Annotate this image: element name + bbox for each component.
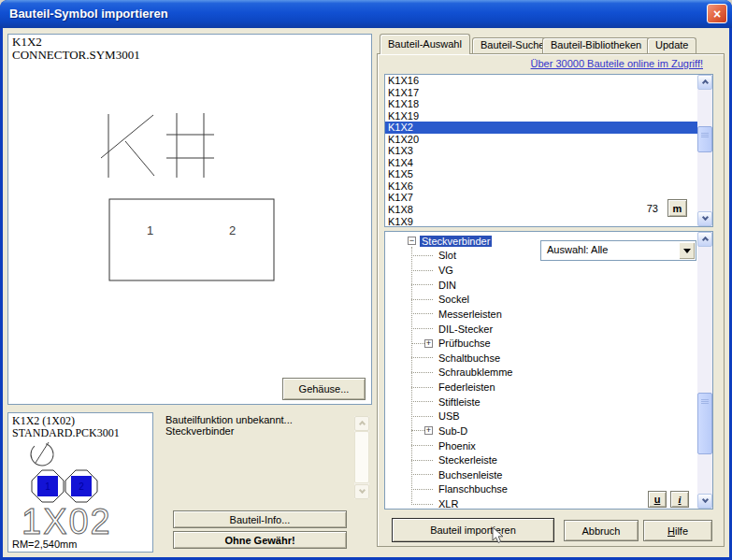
list-item[interactable]: K1X18 [385,98,697,110]
part-count: 73 [636,203,658,214]
part-list-scrollbar[interactable] [697,75,712,226]
tree-item-label[interactable]: Phoenix [437,440,478,452]
tree-item-label[interactable]: Steckverbinder [420,236,492,247]
chevron-down-icon [358,487,365,494]
bauteil-info-button[interactable]: Bauteil-Info... [173,510,347,528]
tree-item-label[interactable]: Sub-D [437,425,469,437]
tab-bauteil-suche[interactable]: Bauteil-Suche [472,37,553,53]
tree-item-label[interactable]: USB [437,410,462,422]
tree-item[interactable]: Flanschbuchse [385,482,697,497]
cancel-button[interactable]: Abbruch [564,520,639,541]
scroll-down-button[interactable] [697,211,712,226]
tree-connector [411,416,433,417]
tab-bauteil-bibliotheken[interactable]: Bauteil-Bibliotheken [542,37,650,53]
tree-item-label[interactable]: Messerleisten [437,309,504,320]
tree-connector [411,401,433,402]
tree-item-label[interactable]: Flanschbuchse [437,483,510,495]
gehaeuse-button[interactable]: Gehäuse... [282,378,366,400]
tree-item-label[interactable]: Schraubklemme [437,366,514,378]
scroll-thumb[interactable] [697,393,712,454]
list-item[interactable]: K1X19 [385,110,697,122]
collapse-icon[interactable]: − [408,237,416,245]
tree-item[interactable]: Slot [385,249,697,264]
tree-item[interactable]: Sockel [385,293,697,308]
tree-item[interactable]: VG [385,263,697,278]
scroll-down-button[interactable] [697,494,712,509]
tree-item[interactable]: +Prüfbuchse [385,336,697,351]
scroll-up-button[interactable] [697,75,712,90]
m-button[interactable]: m [667,199,687,217]
list-item[interactable]: K1X2 [385,122,697,134]
tree-connector [411,270,433,271]
tree-item-label[interactable]: Slot [437,250,458,261]
chevron-down-icon [701,214,708,221]
expand-icon[interactable]: + [424,426,433,435]
list-item[interactable]: K1X16 [385,75,697,87]
chevron-up-icon [701,79,708,86]
import-button[interactable]: Bauteil importieren [392,518,554,542]
tree-scrollbar[interactable] [697,232,712,509]
pin-1-label: 1 [147,223,153,237]
tree-item[interactable]: Stiftleiste [385,395,697,409]
tree-item-label[interactable]: Stiftleiste [437,396,482,408]
chevron-up-icon [701,237,708,243]
tree-item-label[interactable]: XLR [437,498,460,509]
tree-connector [411,430,424,431]
tree-connector [411,372,433,373]
part-list-box: K1X16K1X17K1X18K1X19K1X2K1X20K1X3K1X4K1X… [384,74,713,227]
scroll-thumb[interactable] [697,126,712,152]
tree-item[interactable]: XLR [385,496,697,509]
tree-item-label[interactable]: Steckerleiste [437,454,499,466]
tree-connector [411,284,433,285]
title-bar[interactable]: Bauteil-Symbol importieren × [0,0,732,28]
tree-item[interactable]: Buchsenleiste [385,467,697,482]
tree-item[interactable]: Schaltbuchse [385,351,697,366]
tree-item-label[interactable]: Federleisten [437,381,497,393]
help-button[interactable]: Hilfe [643,520,712,541]
tree-item-label[interactable]: Schaltbuchse [437,352,502,364]
tab-bauteil-auswahl[interactable]: Bauteil-Auswahl [380,34,470,54]
package-drawing: 1 2 1X02 [8,438,152,537]
scroll-down-button[interactable] [354,484,369,499]
list-item[interactable]: K1X3 [385,145,697,157]
tree-item-label[interactable]: Sockel [437,294,471,305]
online-link[interactable]: Über 30000 Bauteile online im Zugriff! [531,58,703,69]
list-item[interactable]: K1X4 [385,157,697,169]
symbol-body-rect [109,199,274,280]
category-tree-box: −SteckverbinderSlotVGDINSockelMesserleis… [384,231,713,510]
tree-item[interactable]: Phoenix [385,438,697,453]
list-item[interactable]: K1X20 [385,134,697,146]
scroll-up-button[interactable] [697,232,712,247]
tree-item[interactable]: −Steckverbinder [385,234,697,249]
list-item[interactable]: K1X6 [385,180,697,193]
tree-connector [411,299,433,300]
list-item[interactable]: K1X17 [385,87,697,99]
tree-connector [411,343,424,344]
tree-connector [411,357,433,358]
tree-item-label[interactable]: VG [437,265,455,276]
pin-2-label: 2 [229,223,236,237]
close-button[interactable]: × [707,4,727,23]
expand-icon[interactable]: + [424,339,433,348]
tree-item-label[interactable]: Prüfbuchse [437,337,493,349]
tree-item[interactable]: Schraubklemme [385,366,697,381]
tree-item-label[interactable]: Buchsenleiste [437,469,505,481]
tree-item-label[interactable]: DIL-Stecker [437,323,495,335]
tree-item[interactable]: Messerleisten [385,307,697,322]
list-item[interactable]: K1X9 [385,216,697,226]
tree-item-label[interactable]: DIN [437,280,458,291]
ohne-gewaehr-button[interactable]: Ohne Gewähr! [173,531,347,549]
function-scrollbar[interactable] [354,416,369,499]
tree-item[interactable]: +Sub-D [385,424,697,438]
tree-item[interactable]: Steckerleiste [385,452,697,467]
scroll-up-button[interactable] [354,416,369,431]
tree-item[interactable]: Federleisten [385,380,697,395]
tree-item[interactable]: USB [385,409,697,424]
tree-item[interactable]: DIN [385,278,697,293]
tree-item[interactable]: DIL-Stecker [385,322,697,337]
list-item[interactable]: K1X5 [385,168,697,180]
scroll-thumb[interactable] [354,431,369,483]
pitch-label: RM=2,540mm [12,538,77,550]
tree-connector [411,504,433,505]
tab-update[interactable]: Update [647,37,696,53]
